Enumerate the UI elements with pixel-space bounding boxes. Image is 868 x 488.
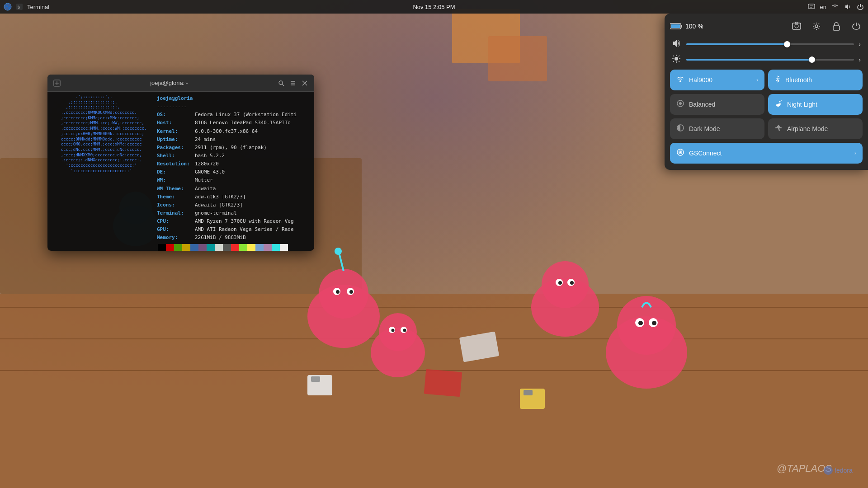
balanced-icon xyxy=(676,99,684,109)
terminal-info-gpu: GPU: AMD ATI Radeon Vega Series / Rade xyxy=(157,225,297,234)
svg-point-67 xyxy=(815,25,818,28)
qs-battery-label: 100 % xyxy=(685,23,703,30)
qs-btn-gsconnect[interactable]: GSConnect › xyxy=(670,143,863,164)
terminal-info-terminal: Terminal: gnome-terminal xyxy=(157,209,297,217)
gsconnect-icon xyxy=(676,148,684,158)
svg-point-65 xyxy=(795,24,798,28)
terminal-title: joeja@gloria:~ xyxy=(66,80,273,86)
qs-settings-btn[interactable] xyxy=(810,20,823,33)
qs-volume-row: › xyxy=(670,39,863,50)
qs-night-light-label: Night Light xyxy=(787,101,817,108)
qs-top-row: 100 % xyxy=(670,20,863,33)
svg-point-85 xyxy=(679,151,681,153)
fedora-logo: fedora xyxy=(823,464,859,479)
svg-rect-68 xyxy=(833,26,840,30)
qs-lock-btn[interactable] xyxy=(830,20,843,33)
tray-icon-power[interactable] xyxy=(856,3,864,11)
terminal-separator: ---------- xyxy=(157,103,297,111)
svg-point-80 xyxy=(679,102,682,105)
color-palette xyxy=(158,244,297,251)
tray-icon-chat[interactable] xyxy=(807,3,816,11)
svg-rect-48 xyxy=(808,4,815,9)
svg-line-74 xyxy=(673,56,674,56)
terminal-body: .';:::::::::',. .;::::::::::::::::;. ,::… xyxy=(47,92,314,251)
svg-line-77 xyxy=(673,61,674,62)
airplane-icon xyxy=(774,124,783,134)
qs-btn-balanced[interactable]: Balanced xyxy=(670,94,764,115)
svg-line-55 xyxy=(282,84,284,86)
app-icon[interactable]: 🐾 xyxy=(4,3,12,11)
qs-bluetooth-label: Bluetooth xyxy=(785,76,812,84)
terminal-info-kernel: Kernel: 6.0.8-300.fc37.x86_64 xyxy=(157,127,297,136)
svg-text:$: $ xyxy=(18,5,20,9)
terminal-info-cpu: CPU: AMD Ryzen 7 3700U with Radeon Veg xyxy=(157,217,297,225)
terminal-info-os: OS: Fedora Linux 37 (Workstation Editi xyxy=(157,111,297,119)
svg-text:🐾: 🐾 xyxy=(5,4,11,10)
terminal-info-wm: WM: Mutter xyxy=(157,176,297,184)
tray-icon-volume[interactable] xyxy=(844,3,852,11)
terminal-menu-btn[interactable] xyxy=(288,78,298,88)
taskbar-datetime: Nov 15 2:05 PM xyxy=(413,4,455,10)
taskbar-left: 🐾 $ Terminal xyxy=(4,3,49,11)
dark-mode-icon xyxy=(676,124,684,134)
terminal-info-packages: Packages: 2911 (rpm), 90 (flatpak) xyxy=(157,144,297,152)
qs-btn-dark-mode[interactable]: Dark Mode xyxy=(670,118,764,139)
wifi-icon xyxy=(676,75,684,85)
qs-btn-night-light[interactable]: Night Light xyxy=(768,94,863,115)
svg-point-78 xyxy=(679,80,681,82)
terminal-info-shell: Shell: bash 5.2.2 xyxy=(157,152,297,160)
terminal-info-host: Host: 81OG Lenovo IdeaPad S340-15APITo xyxy=(157,119,297,127)
taskbar-app-name: Terminal xyxy=(27,4,49,10)
terminal-window: joeja@gloria:~ xyxy=(47,75,314,251)
taskbar: 🐾 $ Terminal Nov 15 2:05 PM en xyxy=(0,0,868,14)
tray-icon-network[interactable] xyxy=(831,3,839,11)
svg-line-75 xyxy=(679,61,679,62)
terminal-search-btn[interactable] xyxy=(276,78,286,88)
terminal-ascii-art: .';:::::::::',. .;::::::::::::::::;. ,::… xyxy=(51,94,155,248)
svg-point-82 xyxy=(781,100,782,101)
svg-rect-63 xyxy=(671,24,680,28)
terminal-username: joeja@gloria xyxy=(157,94,297,103)
taskbar-right: en xyxy=(807,3,864,11)
terminal-info-icons: Icons: Adwaita [GTK2/3] xyxy=(157,201,297,209)
qs-hal9000-arrow[interactable]: › xyxy=(756,77,758,83)
qs-btn-airplane-mode[interactable]: Airplane Mode xyxy=(768,118,863,139)
terminal-close-btn[interactable] xyxy=(300,78,310,88)
terminal-info-memory: Memory: 2261MiB / 9883MiB xyxy=(157,234,297,242)
qs-dark-mode-label: Dark Mode xyxy=(689,125,720,132)
qs-brightness-row: › xyxy=(670,54,863,65)
volume-icon xyxy=(672,39,682,50)
svg-point-42 xyxy=(824,466,833,475)
quick-settings-panel: 100 % xyxy=(665,14,868,170)
qs-gsconnect-label: GSConnect xyxy=(689,150,722,157)
qs-hal9000-label: Hal9000 xyxy=(689,76,712,84)
qs-airplane-mode-label: Airplane Mode xyxy=(787,125,828,132)
qs-gsconnect-arrow[interactable]: › xyxy=(854,150,856,156)
terminal-taskbar-icon[interactable]: $ xyxy=(15,3,24,11)
qs-screenshot-btn[interactable] xyxy=(790,20,803,33)
brightness-forward-btn[interactable]: › xyxy=(859,56,861,63)
svg-point-69 xyxy=(675,57,678,61)
qs-power-btn[interactable] xyxy=(850,20,863,33)
terminal-info-uptime: Uptime: 24 mins xyxy=(157,136,297,144)
terminal-info-resolution: Resolution: 1280x720 xyxy=(157,160,297,168)
terminal-info-wmtheme: WM Theme: Adwaita xyxy=(157,185,297,193)
terminal-info-theme: Theme: adw-gtk3 [GTK2/3] xyxy=(157,193,297,201)
taskbar-center: Nov 15 2:05 PM xyxy=(413,4,455,10)
qs-btn-bluetooth[interactable]: Bluetooth xyxy=(768,70,863,90)
brightness-icon xyxy=(672,54,682,65)
qs-icons-right xyxy=(790,20,863,33)
svg-line-76 xyxy=(679,56,679,56)
terminal-new-tab-btn[interactable] xyxy=(52,78,62,88)
svg-text:fedora: fedora xyxy=(835,467,853,474)
volume-slider[interactable] xyxy=(686,43,854,45)
taskbar-lang[interactable]: en xyxy=(820,4,826,10)
qs-battery: 100 % xyxy=(670,23,703,30)
terminal-titlebar: joeja@gloria:~ xyxy=(47,75,314,92)
terminal-info-de: DE: GNOME 43.0 xyxy=(157,168,297,176)
svg-point-81 xyxy=(779,101,781,103)
qs-btn-hal9000[interactable]: Hal9000 › xyxy=(670,70,764,90)
brightness-slider[interactable] xyxy=(686,59,854,61)
volume-forward-btn[interactable]: › xyxy=(859,41,861,48)
svg-rect-62 xyxy=(681,25,682,28)
